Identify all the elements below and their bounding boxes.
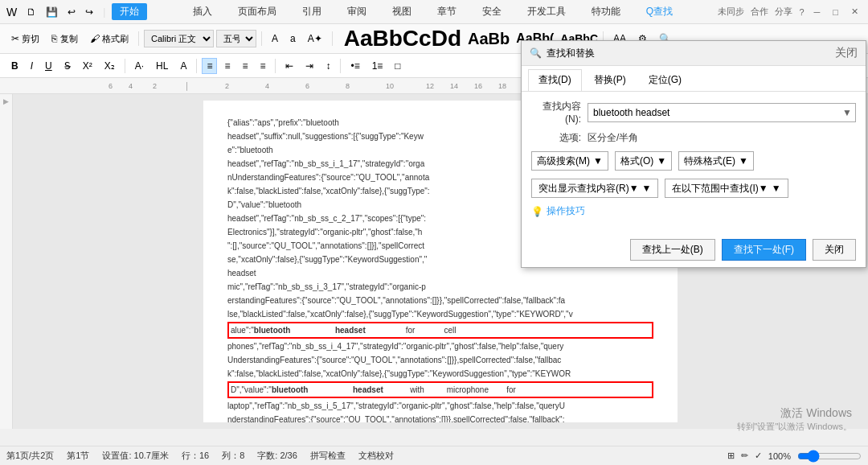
find-prev-btn[interactable]: 查找上一处(B) <box>630 239 715 261</box>
start-button[interactable]: 开始 <box>112 3 147 20</box>
redo-icon[interactable]: ↪ <box>82 5 96 19</box>
doc-compare[interactable]: 文档校对 <box>358 450 394 462</box>
doc-line-20: nderstandingFeatures":{"source":"QU_TOOL… <box>227 414 653 422</box>
indent-increase-btn[interactable]: ⇥ <box>301 58 318 74</box>
sidebar-marker: ▶ <box>3 97 9 105</box>
numbered-list-btn[interactable]: 1≡ <box>367 58 388 74</box>
tips-text[interactable]: 操作技巧 <box>547 204 585 218</box>
maximize-btn[interactable]: □ <box>829 7 841 17</box>
tab-insert[interactable]: 插入 <box>186 3 219 20</box>
dialog-tab-bar: 查找(D) 替换(P) 定位(G) <box>522 66 866 92</box>
highlight-color-btn[interactable]: HL <box>151 58 173 74</box>
align-right-btn[interactable]: ≡ <box>237 58 252 74</box>
underline-btn[interactable]: U <box>40 58 57 74</box>
doc-highlighted-line-1: alue":"bluetooth headset for cell <box>227 322 653 339</box>
advanced-row: 高级搜索(M) ▼ 格式(O) ▼ 特殊格式(E) ▼ <box>531 151 856 171</box>
tab-section[interactable]: 章节 <box>431 3 463 20</box>
find-replace-icon: 🔍 <box>530 47 542 59</box>
zoom-level: 100% <box>768 451 791 461</box>
line-status: 行：16 <box>182 450 209 462</box>
undo-icon[interactable]: ↩ <box>64 5 79 19</box>
doc-line-15: lse,"blackListed":false,"xcatOnly":false… <box>227 308 653 320</box>
special-dropdown-arrow: ▼ <box>739 155 748 167</box>
font-select[interactable]: Calibri 正文 <box>144 30 214 47</box>
scope-row: 突出显示查找内容(R)▼ ▼ 在以下范围中查找(I)▼ ▼ <box>531 179 856 198</box>
dialog-actions: 查找上一处(B) 查找下一处(F) 关闭 <box>522 232 866 267</box>
format-paint-btn[interactable]: 🖌 格式刷 <box>85 31 133 47</box>
status-bar: 第1页/共2页 第1节 设置值: 10.7厘米 行：16 列：8 字数: 2/3… <box>0 446 868 465</box>
tab-reference[interactable]: 引用 <box>296 3 328 20</box>
line-spacing-btn[interactable]: ↕ <box>321 58 335 74</box>
search-input[interactable] <box>588 105 839 120</box>
separator3 <box>332 31 333 46</box>
align-justify-btn[interactable]: ≡ <box>255 58 270 74</box>
tab-security[interactable]: 安全 <box>476 3 508 20</box>
content-dropdown-arrow: ▼ <box>642 183 652 194</box>
subscript-btn[interactable]: X₂ <box>100 58 120 74</box>
close-btn[interactable]: ✕ <box>848 6 862 17</box>
zoom-slider[interactable] <box>797 450 862 463</box>
find-replace-dialog: 🔍 查找和替换 关闭 查找(D) 替换(P) 定位(G) 查找内容(N): ▼ … <box>521 40 866 268</box>
align-center-btn[interactable]: ≡ <box>219 58 235 74</box>
format-btn[interactable]: 格式(O) ▼ <box>615 151 672 171</box>
tab-review[interactable]: 审阅 <box>341 3 373 20</box>
settings-status: 设置值: 10.7厘米 <box>102 450 169 462</box>
border-btn[interactable]: □ <box>390 58 405 74</box>
share-btn[interactable]: 分享 <box>775 6 792 18</box>
screen-icon[interactable]: ⊞ <box>727 451 735 461</box>
save-icon[interactable]: 💾 <box>43 5 61 19</box>
dialog-title: 查找和替换 <box>547 47 595 60</box>
doc-line-17: UnderstandingFeatures":{"source":"QU_TOO… <box>227 354 653 366</box>
help-btn[interactable]: ? <box>799 7 804 17</box>
align-left-btn[interactable]: ≡ <box>202 58 217 74</box>
doc-line-13: mic","refTag":"nb_sb_ss_i_3_17","strateg… <box>227 281 653 293</box>
bold-btn[interactable]: B <box>6 58 23 74</box>
title-bar: W 🗋 💾 ↩ ↪ | 开始 插入 页面布局 引用 审阅 视图 章节 安全 开发… <box>0 0 868 24</box>
advanced-search-btn[interactable]: 高级搜索(M) ▼ <box>531 151 608 171</box>
copy-btn[interactable]: ⎘ 复制 <box>47 31 82 47</box>
tab-replace[interactable]: 替换(P) <box>583 69 637 91</box>
find-in-scope-btn[interactable]: 在以下范围中查找(I)▼ ▼ <box>665 179 788 198</box>
superscript-btn[interactable]: X² <box>78 58 97 74</box>
italic-btn[interactable]: I <box>26 58 38 74</box>
spell-check[interactable]: 拼写检查 <box>310 450 346 462</box>
tab-search[interactable]: Q查找 <box>640 3 679 20</box>
doc-line-19: laptop","refTag":"nb_sb_ss_i_5_17","stra… <box>227 400 653 412</box>
font-color-btn[interactable]: A· <box>130 58 149 74</box>
collaborate-btn[interactable]: 合作 <box>751 6 768 18</box>
left-sidebar: ▶ <box>0 94 13 429</box>
close-dialog-btn[interactable]: 关闭 <box>813 239 856 261</box>
font-size-select[interactable]: 五号 <box>216 30 256 47</box>
show-in-content-btn[interactable]: 突出显示查找内容(R)▼ ▼ <box>531 179 658 198</box>
tab-developer[interactable]: 开发工具 <box>521 3 572 20</box>
cut-btn[interactable]: ✂ 剪切 <box>6 31 44 47</box>
font-preview-medium: AaBb <box>468 30 510 48</box>
indent-decrease-btn[interactable]: ⇤ <box>280 58 298 74</box>
tab-view[interactable]: 视图 <box>386 3 418 20</box>
title-bar-icons: W 🗋 💾 ↩ ↪ | 开始 <box>6 3 147 20</box>
highlight-btn[interactable]: A✦ <box>303 31 327 47</box>
tab-find[interactable]: 查找(D) <box>528 69 582 91</box>
search-dropdown-arrow[interactable]: ▼ <box>839 107 855 118</box>
tab-page-layout[interactable]: 页面布局 <box>231 3 283 20</box>
sync-status[interactable]: 未同步 <box>718 6 744 18</box>
search-input-wrapper[interactable]: ▼ <box>588 103 856 122</box>
check-icon[interactable]: ✓ <box>755 451 762 461</box>
font-size-a-small[interactable]: a <box>285 31 301 47</box>
new-icon[interactable]: 🗋 <box>23 5 39 19</box>
tips-row[interactable]: 💡 操作技巧 <box>531 204 856 218</box>
edit-icon[interactable]: ✏ <box>741 451 748 461</box>
char-color-btn[interactable]: A <box>175 58 191 74</box>
tab-goto[interactable]: 定位(G) <box>638 69 692 91</box>
special-format-btn[interactable]: 特殊格式(E) ▼ <box>678 151 754 171</box>
options-label: 选项: <box>531 131 588 145</box>
separator2 <box>261 31 262 46</box>
strikethrough-btn[interactable]: S̶ <box>59 58 76 74</box>
find-next-btn[interactable]: 查找下一处(F) <box>722 239 806 261</box>
tab-special[interactable]: 特功能 <box>585 3 627 20</box>
font-size-a-large[interactable]: A <box>267 31 283 47</box>
ribbon-tabs: 插入 页面布局 引用 审阅 视图 章节 安全 开发工具 特功能 Q查找 <box>147 3 718 20</box>
dialog-close-btn[interactable]: 关闭 <box>835 46 858 60</box>
bullet-list-btn[interactable]: •≡ <box>346 58 364 74</box>
minimize-btn[interactable]: ─ <box>811 7 824 17</box>
